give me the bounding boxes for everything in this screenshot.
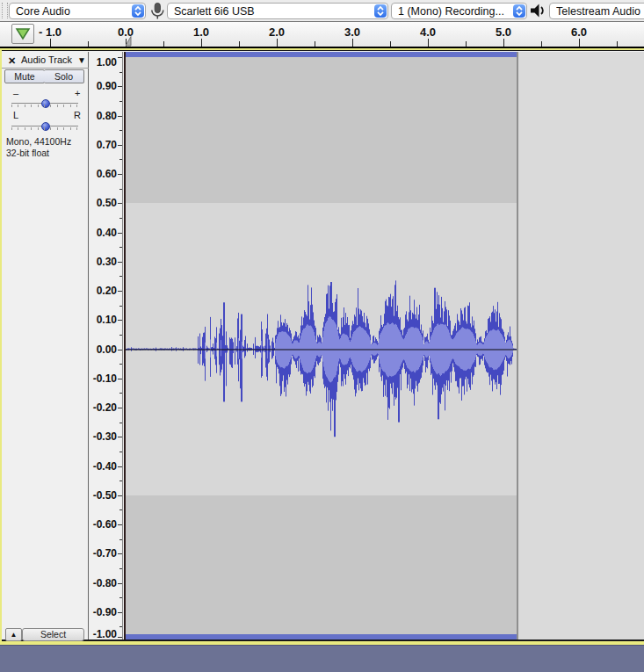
vruler-label: -0.20 (93, 401, 117, 414)
vruler-tick (118, 320, 122, 321)
vruler-tick (118, 524, 122, 525)
slider-tick (76, 105, 77, 107)
timeline-label: 0.0 (118, 25, 134, 39)
timeline-tick (390, 41, 391, 47)
microphone-icon (148, 2, 166, 20)
vruler-tick (118, 612, 122, 613)
vruler-tick (118, 262, 122, 263)
vruler-tick (119, 364, 122, 365)
vruler-label: 0.80 (97, 110, 117, 122)
vruler-label: -0.10 (93, 372, 117, 385)
slider-tick (57, 127, 58, 130)
timeline-ruler[interactable]: - 1.00.01.02.03.04.05.06.0 (0, 22, 644, 48)
timeline-tick (541, 41, 542, 47)
slider-tick (31, 105, 32, 107)
stepper-icon[interactable] (132, 4, 144, 18)
timeline-label: 6.0 (571, 25, 587, 39)
recording-device-select[interactable]: Scarlett 6i6 USB (167, 3, 388, 19)
vruler-tick (119, 189, 122, 190)
vruler-label: 1.00 (97, 56, 117, 69)
vruler-tick (118, 145, 122, 146)
slider-tick (18, 105, 18, 107)
track-waveform-area[interactable] (124, 52, 644, 639)
vruler-label: 0.30 (97, 256, 117, 268)
vruler-tick (118, 637, 122, 638)
track-title-bar: ✕ Audio Track ▼ (2, 52, 89, 69)
slider-tick (11, 127, 12, 130)
vruler-tick (119, 597, 122, 598)
vruler-label: 0.90 (97, 80, 117, 92)
vertical-ruler[interactable]: 1.000.900.800.700.600.500.400.300.200.10… (89, 52, 123, 639)
slider-tick (70, 127, 71, 130)
vruler-tick (119, 393, 122, 394)
track-title[interactable]: Audio Track (21, 54, 72, 65)
vruler-label: 0.00 (97, 343, 117, 356)
timeline-tick (428, 39, 429, 47)
playback-device-select[interactable]: Telestream Audio (549, 3, 644, 19)
vruler-tick (119, 335, 122, 336)
solo-button[interactable]: Solo (44, 69, 84, 83)
vruler-label: -0.50 (93, 489, 117, 502)
timeline-label: 3.0 (344, 25, 360, 39)
track-menu-caret-icon[interactable]: ▼ (77, 56, 86, 65)
stepper-icon[interactable] (513, 4, 525, 18)
audio-track: ✕ Audio Track ▼ Mute Solo – + L R (0, 48, 644, 645)
timeline-label: - 1.0 (39, 25, 62, 39)
slider-tick (31, 127, 32, 130)
vruler-tick (118, 57, 122, 58)
waveform[interactable] (126, 57, 517, 634)
mute-button[interactable]: Mute (4, 69, 45, 83)
timeline-tick (466, 41, 467, 47)
vruler-label: 0.20 (97, 285, 117, 297)
vruler-tick (119, 218, 122, 219)
slider-tick (11, 105, 12, 107)
vruler-tick (118, 86, 122, 87)
slider-tick (18, 127, 18, 130)
vruler-tick (119, 306, 122, 307)
gain-slider-thumb[interactable] (41, 99, 50, 108)
vruler-tick (118, 408, 122, 408)
vruler-label: 0.70 (97, 139, 117, 151)
toolbar-grip[interactable] (2, 3, 8, 18)
vruler-tick (118, 350, 122, 350)
vruler-tick (119, 452, 122, 452)
timeline-tick (163, 41, 164, 47)
close-track-button[interactable]: ✕ (5, 54, 18, 67)
slider-tick (38, 127, 39, 130)
vruler-tick (118, 437, 122, 437)
timeline-tick (503, 39, 504, 47)
vruler-tick (118, 553, 122, 554)
vruler-tick (119, 247, 122, 248)
timeline-tick (239, 41, 240, 47)
slider-tick (76, 127, 77, 130)
timeline-pin-button[interactable] (11, 24, 34, 44)
pan-slider-thumb[interactable] (41, 122, 50, 131)
recording-channels-select[interactable]: 1 (Mono) Recording... (391, 3, 527, 19)
timeline-tick (315, 41, 315, 47)
stepper-icon[interactable] (374, 4, 387, 18)
timeline-label: 2.0 (269, 25, 285, 39)
clip-bottom-strip (126, 634, 517, 639)
speaker-icon (529, 3, 547, 19)
timeline-label: 5.0 (496, 25, 511, 39)
vruler-label: -0.60 (93, 518, 117, 531)
track-control-panel: ✕ Audio Track ▼ Mute Solo – + L R (2, 52, 89, 639)
vruler-tick (119, 423, 122, 423)
vruler-tick (118, 116, 122, 117)
vruler-tick (119, 101, 122, 102)
slider-tick (38, 105, 39, 107)
pan-slider[interactable] (11, 120, 78, 133)
audio-host-select[interactable]: Core Audio (9, 3, 146, 19)
vruler-tick (119, 159, 122, 160)
vruler-tick (118, 379, 122, 379)
pan-left-label: L (13, 110, 18, 120)
horizontal-scrollbar[interactable] (0, 645, 644, 672)
select-track-button[interactable]: Select (22, 628, 84, 641)
timeline-tick (50, 39, 51, 47)
collapse-track-button[interactable]: ▲ (5, 628, 22, 641)
vruler-label: -0.90 (93, 606, 117, 618)
timeline-tick (579, 39, 580, 47)
device-toolbar: Core Audio Scarlett 6i6 USB 1 (Mono) Rec… (0, 0, 644, 22)
gain-slider[interactable] (11, 98, 78, 110)
timeline-tick (277, 39, 278, 47)
